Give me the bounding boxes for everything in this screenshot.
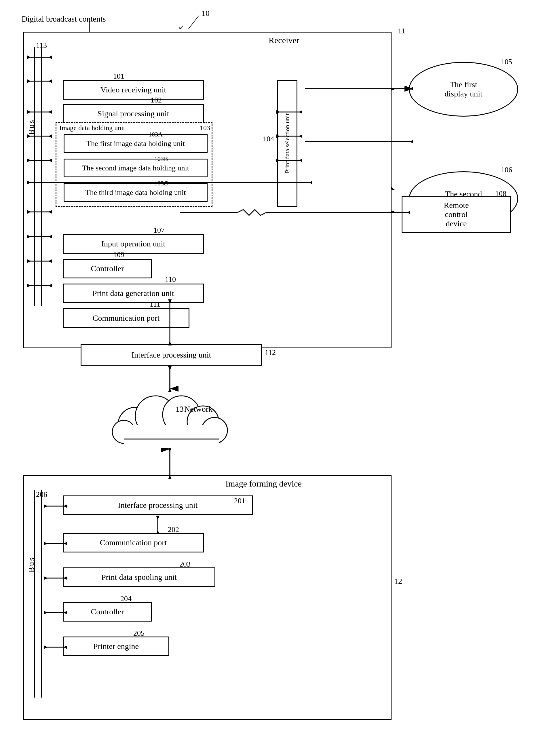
svg-marker-54	[44, 645, 48, 649]
ref-10-arrow: ↙	[178, 23, 184, 31]
svg-marker-48	[44, 576, 48, 580]
ref-101: 101	[113, 72, 124, 81]
signal-processing-unit-label: Signal processing unit	[98, 109, 169, 118]
first-display-unit-oval: The first display unit	[409, 62, 518, 117]
svg-rect-39	[124, 425, 219, 448]
svg-marker-101	[410, 140, 413, 143]
zigzag-remote	[180, 209, 410, 217]
ref-10: 10	[202, 9, 210, 18]
ref-13: 13	[176, 404, 184, 414]
svg-marker-70	[48, 134, 52, 138]
ref-103A: 103A	[149, 131, 163, 138]
controller-box: Controller	[63, 259, 152, 278]
image-forming-controller-box: Controller	[63, 602, 152, 622]
svg-marker-61	[48, 56, 52, 59]
arrow-to-second-display	[305, 138, 415, 147]
first-image-data-holding-label: The first image data holding unit	[86, 139, 185, 148]
ref-104: 104	[263, 135, 274, 143]
svg-marker-63	[27, 79, 31, 83]
svg-marker-109	[168, 366, 172, 371]
bus-arrow-second-image	[27, 133, 52, 140]
svg-marker-104	[407, 211, 410, 214]
ref-202: 202	[168, 525, 179, 534]
ref-105: 105	[501, 58, 512, 66]
svg-marker-106	[168, 299, 172, 304]
communication-port-label: Communication port	[93, 314, 160, 323]
ref-111: 111	[150, 300, 160, 309]
svg-marker-52	[64, 611, 67, 614]
svg-marker-78	[27, 210, 31, 214]
svg-marker-81	[27, 235, 31, 238]
ref-110: 110	[165, 275, 176, 284]
diagram-container: 10 ↙ Digital broadcast contents Receiver…	[0, 0, 549, 756]
first-display-unit-label: The first display unit	[444, 80, 482, 98]
arrow-ipu-to-network	[166, 366, 174, 393]
ref-206: 206	[36, 490, 47, 499]
svg-marker-51	[44, 611, 48, 614]
bus-arrow-signal	[27, 78, 52, 85]
bus-arrow-first-image	[27, 109, 52, 116]
receiver-bus-label: Bus	[27, 119, 36, 135]
print-data-selection-unit-box: Print data selection unit	[277, 80, 297, 207]
svg-marker-97	[299, 159, 302, 162]
ref-204: 204	[120, 594, 132, 603]
svg-marker-84	[27, 259, 31, 263]
remote-control-device-label: Remote control device	[444, 201, 469, 228]
svg-marker-66	[27, 110, 31, 114]
ref-112: 112	[265, 348, 276, 357]
svg-marker-87	[27, 284, 31, 287]
image-data-holding-label: Image data holding unit	[59, 124, 125, 132]
svg-marker-45	[44, 542, 48, 545]
second-image-data-holding-box: The second image data holding unit	[64, 159, 208, 177]
svg-marker-42	[44, 504, 48, 508]
ref-106: 106	[501, 166, 512, 174]
ref-205: 205	[133, 629, 145, 638]
svg-marker-43	[64, 504, 67, 508]
bus-arrow-controller	[27, 234, 52, 241]
ref-103B: 103B	[154, 155, 168, 163]
svg-marker-60	[27, 56, 31, 59]
print-data-spooling-label: Print data spooling unit	[101, 573, 177, 582]
ref-203: 203	[179, 560, 191, 569]
network-cloud: Network 13	[107, 387, 236, 452]
arrow-to-pds-2	[276, 133, 302, 140]
svg-marker-96	[276, 159, 280, 162]
image-forming-comm-port-box: Communication port	[63, 533, 204, 552]
input-operation-unit-label: Input operation unit	[101, 239, 165, 248]
svg-marker-69	[27, 134, 31, 138]
arrow-network-to-device	[166, 448, 174, 480]
printer-engine-label: Printer engine	[93, 642, 139, 651]
first-image-data-holding-box: The first image data holding unit	[64, 134, 208, 153]
ref-113: 113	[36, 41, 47, 50]
svg-marker-75	[27, 181, 31, 184]
interface-processing-unit-label: Interface processing unit	[132, 350, 211, 360]
svg-marker-90	[276, 110, 280, 114]
svg-marker-55	[64, 645, 67, 649]
receiver-bus-bar	[34, 47, 42, 306]
svg-marker-113	[168, 475, 172, 479]
second-image-data-holding-label: The second image data holding unit	[82, 164, 189, 172]
image-forming-interface-label: Interface processing unit	[118, 501, 198, 510]
svg-marker-110	[168, 388, 172, 392]
svg-marker-73	[48, 159, 52, 162]
bus-arrow-print-gen	[27, 258, 52, 265]
svg-marker-107	[168, 341, 172, 345]
svg-marker-93	[276, 134, 280, 138]
receiver-box: Receiver 11 Bus 113 Video receiving unit…	[23, 32, 392, 348]
digital-broadcast-label: Digital broadcast contents	[22, 14, 106, 24]
third-image-data-holding-label: The third image data holding unit	[86, 188, 186, 197]
print-data-generation-box: Print data generation unit	[63, 284, 204, 303]
ref-108: 108	[495, 189, 506, 198]
ref-109: 109	[113, 250, 124, 259]
bus-arrow-comm-port	[27, 283, 52, 290]
arrow-to-pds-3	[276, 157, 302, 164]
svg-marker-94	[299, 134, 302, 138]
arrow-comm-to-ipu	[166, 299, 174, 347]
ref-107: 107	[153, 226, 165, 235]
bus-arrow-wide	[27, 180, 312, 187]
svg-marker-99	[410, 87, 413, 90]
svg-marker-64	[48, 79, 52, 83]
svg-marker-72	[27, 159, 31, 162]
svg-marker-49	[64, 576, 67, 580]
svg-marker-88	[48, 284, 52, 287]
